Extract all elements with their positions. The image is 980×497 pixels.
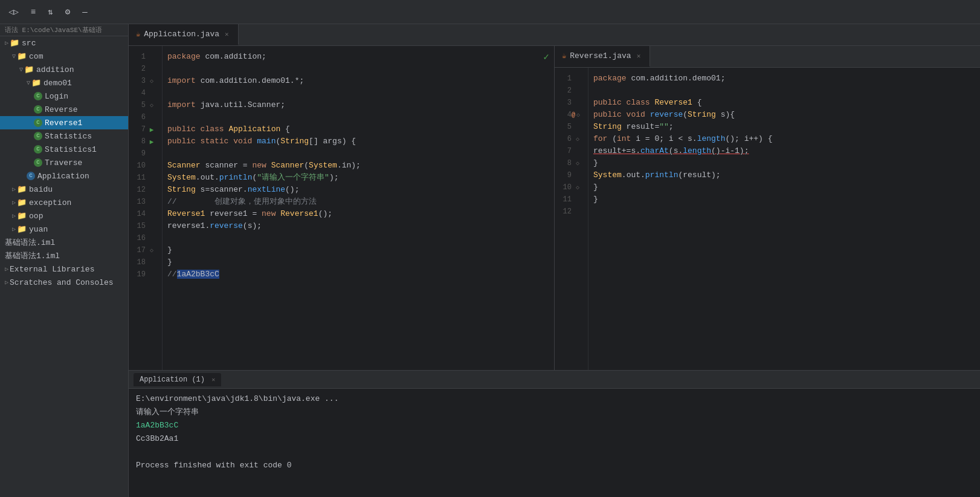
tab-application-java[interactable]: ☕ Application.java ✕	[129, 24, 239, 45]
code-line-6	[167, 111, 549, 123]
tab-close-btn[interactable]: ✕	[635, 51, 643, 60]
left-editor-content[interactable]: 1 2 3 ◇ 4	[129, 46, 554, 370]
line-num: 13	[131, 198, 146, 206]
line-num: 12	[557, 207, 572, 216]
gutter-line-1: 1	[129, 51, 162, 63]
sidebar-item-label: Application	[37, 172, 89, 181]
editors-split: 1 2 3 ◇ 4	[129, 46, 980, 370]
code-line-r10: }	[593, 181, 975, 193]
code-line-r4: public void reverse(String s){	[593, 109, 975, 121]
gutter-line-19: 19	[129, 268, 162, 281]
console-input-text: 1aA2bB3cC	[136, 421, 178, 430]
tab-close-btn[interactable]: ✕	[223, 30, 231, 39]
arrow-icon: ▽	[12, 53, 16, 60]
sidebar-item-statistics[interactable]: C Statistics	[0, 129, 128, 143]
right-editor-pane: ☕ Reverse1.java ✕ 1 2	[555, 46, 980, 370]
line-num: 9	[557, 171, 572, 180]
code-line-19: //1aA2bB3cC	[167, 268, 549, 281]
left-editor-pane: 1 2 3 ◇ 4	[129, 46, 555, 370]
sidebar-item-reverse1[interactable]: C Reverse1	[0, 116, 128, 129]
sidebar-item-yuan[interactable]: ▷ 📁 yuan	[0, 223, 128, 236]
code-line-2	[167, 63, 549, 75]
sidebar-item-traverse[interactable]: C Traverse	[0, 156, 128, 169]
code-line-r2	[593, 85, 975, 97]
code-line-r8: }	[593, 157, 975, 169]
code-line-10: Scanner scanner = new Scanner(System.in)…	[167, 160, 549, 172]
toolbar-settings-btn[interactable]: ⚙	[62, 4, 74, 19]
right-gutter: 1 2 3 4	[555, 68, 588, 370]
toolbar-list-btn[interactable]: ≡	[27, 5, 39, 19]
sidebar-item-label: src	[22, 39, 36, 48]
sidebar-item-extlibs[interactable]: ▷ External Libraries	[0, 262, 128, 276]
tab-reverse1-java[interactable]: ☕ Reverse1.java ✕	[555, 46, 650, 67]
toolbar-nav-btn[interactable]: ◁▷	[5, 4, 22, 19]
sidebar-item-demo01[interactable]: ▽ 📁 demo01	[0, 76, 128, 89]
code-line-9	[167, 148, 549, 160]
bottom-tab-close-btn[interactable]: ✕	[211, 377, 215, 383]
code-line-r1: package com.addition.demo01;	[593, 73, 975, 85]
sidebar-item-src[interactable]: ▷ 📁 src	[0, 36, 128, 50]
class-icon: C	[34, 92, 42, 100]
sidebar: 语法 E:\code\JavaSE\基础语 ▷ 📁 src ▽ 📁 com ▽ …	[0, 24, 129, 497]
code-line-11: System.out.println("请输入一个字符串");	[167, 172, 549, 184]
gutter-line-r3: 3	[555, 97, 588, 109]
bottom-tab-application[interactable]: Application (1) ✕	[134, 373, 221, 386]
toolbar-minimize-btn[interactable]: —	[79, 5, 91, 19]
gutter-line-6: 6	[129, 111, 162, 123]
code-line-12: String s=scanner.nextLine();	[167, 184, 549, 196]
arrow-icon: ▷	[5, 39, 8, 47]
sidebar-item-application[interactable]: C Application	[0, 169, 128, 183]
toolbar-sort-btn[interactable]: ⇅	[44, 4, 56, 19]
tab-label: Reverse1.java	[570, 51, 631, 60]
gutter-line-16: 16	[129, 232, 162, 244]
sidebar-item-iml2[interactable]: 基础语法1.iml	[0, 249, 128, 262]
main-area: 语法 E:\code\JavaSE\基础语 ▷ 📁 src ▽ 📁 com ▽ …	[0, 24, 980, 497]
console-prompt-text: 请输入一个字符串	[136, 408, 199, 417]
sidebar-item-label: 基础语法1.iml	[5, 250, 60, 261]
run-icon[interactable]: ▶	[146, 138, 158, 146]
editor-area: ☕ Application.java ✕ 1	[129, 24, 980, 497]
sidebar-item-scratches[interactable]: ▷ Scratches and Consoles	[0, 276, 128, 289]
line-num: 9	[131, 149, 146, 158]
console-exit-text: Process finished with exit code 0	[136, 461, 291, 470]
gutter-line-r4: 4 @ ◇	[555, 109, 588, 121]
arrow-icon: ▽	[27, 79, 30, 86]
code-line-r3: public class Reverse1 {	[593, 97, 975, 109]
gutter-line-2: 2	[129, 63, 162, 75]
left-code-content[interactable]: ✓ package com.addition; import com.addit…	[163, 46, 554, 370]
sidebar-item-iml1[interactable]: 基础语法.iml	[0, 236, 128, 249]
folder-icon: 📁	[17, 211, 27, 221]
right-editor-content[interactable]: 1 2 3 4	[555, 68, 980, 370]
line-num: 4	[557, 111, 572, 119]
code-line-16	[167, 232, 549, 244]
gutter-line-r12: 12	[555, 206, 588, 218]
sidebar-item-addition[interactable]: ▽ 📁 addition	[0, 63, 128, 76]
gutter-line-r10: 10 ◇	[555, 181, 588, 193]
editor-tabs: ☕ Application.java ✕	[129, 24, 980, 46]
console-line-exit: Process finished with exit code 0	[136, 459, 973, 472]
sidebar-item-reverse[interactable]: C Reverse	[0, 103, 128, 116]
console-line-path: E:\environment\java\jdk1.8\bin\java.exe …	[136, 392, 973, 406]
sidebar-item-label: baidu	[29, 185, 53, 194]
sidebar-item-oop[interactable]: ▷ 📁 oop	[0, 209, 128, 223]
folder-icon: 📁	[31, 78, 41, 88]
arrow-icon: ▷	[5, 265, 8, 273]
sidebar-item-exception[interactable]: ▷ 📁 exception	[0, 196, 128, 209]
sidebar-item-com[interactable]: ▽ 📁 com	[0, 50, 128, 63]
sidebar-breadcrumb: 语法 E:\code\JavaSE\基础语	[0, 24, 128, 36]
console-line-input: 1aA2bB3cC	[136, 419, 973, 432]
line-num: 14	[131, 210, 146, 218]
sidebar-item-statistics1[interactable]: C Statistics1	[0, 143, 128, 156]
gutter-line-12: 12	[129, 184, 162, 196]
sidebar-item-login[interactable]: C Login	[0, 89, 128, 103]
right-code-content[interactable]: package com.addition.demo01; public clas…	[588, 68, 980, 370]
gutter-line-15: 15	[129, 220, 162, 232]
folder-icon: 📁	[17, 224, 27, 234]
bottom-tabs: Application (1) ✕	[129, 371, 980, 389]
line-num: 10	[557, 183, 572, 192]
run-icon[interactable]: ▶	[146, 126, 158, 134]
line-num: 2	[131, 65, 146, 73]
sidebar-item-baidu[interactable]: ▷ 📁 baidu	[0, 183, 128, 196]
line-num: 3	[557, 99, 572, 107]
line-num: 2	[557, 86, 572, 95]
